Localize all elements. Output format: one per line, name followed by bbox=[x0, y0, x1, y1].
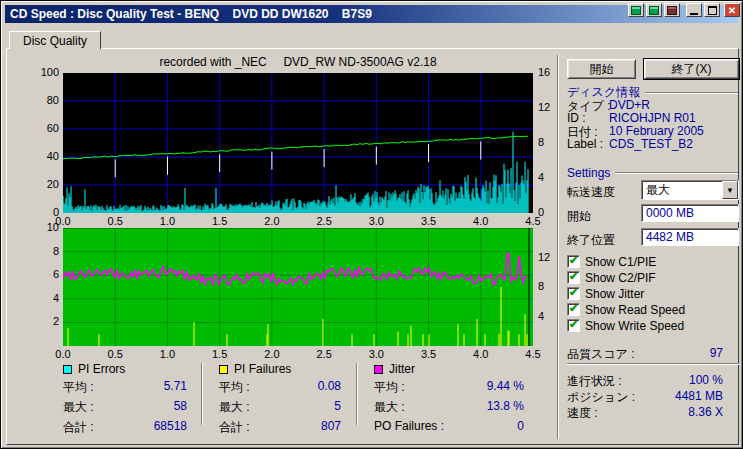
stat-value: 68518 bbox=[154, 419, 187, 436]
minimize-icon bbox=[690, 13, 698, 15]
stat-label: 平均 : bbox=[219, 379, 250, 396]
position-label: ポジション : bbox=[567, 389, 635, 406]
app-window: CD Speed : Disc Quality Test - BENQ DVD … bbox=[0, 0, 743, 449]
chevron-down-icon[interactable]: ▼ bbox=[722, 181, 738, 199]
jitter-swatch-icon bbox=[374, 365, 383, 374]
stat-label: 最大 : bbox=[219, 399, 250, 416]
check-icon-3: ✔ bbox=[569, 302, 578, 315]
checkbox-show-c2-pif[interactable]: ✔ bbox=[567, 271, 580, 284]
legend-pi-failures: PI Failures 平均 :0.08 最大 :5 合計 :807 bbox=[219, 362, 341, 436]
speed-value: 8.36 X bbox=[641, 405, 723, 419]
stat-label: 最大 : bbox=[63, 399, 94, 416]
disc-date-value: 10 February 2005 bbox=[609, 124, 704, 138]
stat-label: 最大 : bbox=[374, 399, 405, 416]
disc-type-value: DVD+R bbox=[609, 98, 650, 112]
end-position-label: 終了位置 bbox=[567, 232, 615, 249]
transfer-speed-select[interactable]: 最大 ▼ bbox=[641, 180, 739, 200]
disc-id-value: RICOHJPN R01 bbox=[609, 111, 696, 125]
title-tool-button-3[interactable] bbox=[664, 3, 680, 17]
legend-divider bbox=[356, 363, 358, 425]
legend-jitter: Jitter 平均 :9.44 % 最大 :13.8 % PO Failures… bbox=[374, 362, 524, 433]
legend-pi-errors: PI Errors 平均 :5.71 最大 :58 合計 :68518 bbox=[63, 362, 187, 436]
disc-label-label: Label : bbox=[567, 137, 603, 151]
check-icon-1: ✔ bbox=[569, 270, 578, 283]
stat-value: 807 bbox=[321, 419, 341, 436]
pi-errors-swatch-icon bbox=[63, 365, 72, 374]
stat-label: 合計 : bbox=[219, 419, 250, 436]
transfer-speed-label: 転送速度 bbox=[567, 184, 615, 201]
progress-label: 進行状況 : bbox=[567, 373, 622, 390]
minimize-button[interactable] bbox=[686, 3, 702, 17]
disc-tool-icon bbox=[649, 6, 659, 15]
checkbox-label-show-read-speed: Show Read Speed bbox=[585, 303, 685, 317]
tab-disc-quality[interactable]: Disc Quality bbox=[9, 31, 101, 49]
title-tool-button-1[interactable] bbox=[628, 3, 644, 17]
window-title: CD Speed : Disc Quality Test - BENQ DVD … bbox=[5, 7, 372, 21]
legend-title: Jitter bbox=[389, 362, 415, 376]
caption-buttons: ✕ bbox=[626, 3, 740, 17]
checkbox-show-write-speed[interactable]: ✔ bbox=[567, 319, 580, 332]
start-button[interactable]: 開始 bbox=[567, 59, 636, 79]
end-position-input[interactable] bbox=[641, 228, 739, 246]
position-value: 4481 MB bbox=[641, 389, 723, 403]
checkbox-label-show-c1-pie: Show C1/PIE bbox=[585, 255, 656, 269]
start-button-label: 開始 bbox=[590, 61, 614, 78]
speed-label: 速度 : bbox=[567, 405, 598, 422]
stat-value: 9.44 % bbox=[487, 379, 524, 396]
transfer-speed-value: 最大 bbox=[642, 182, 722, 199]
title-tool-button-2[interactable] bbox=[646, 3, 662, 17]
stat-value: 0.08 bbox=[318, 379, 341, 396]
pi-failures-jitter-chart bbox=[63, 228, 533, 346]
maximize-button[interactable] bbox=[704, 3, 720, 17]
checkbox-label-show-jitter: Show Jitter bbox=[585, 287, 644, 301]
disc-tool-icon bbox=[631, 6, 641, 15]
disc-tool-icon bbox=[667, 6, 677, 15]
panel-divider bbox=[557, 55, 559, 439]
stat-label: 平均 : bbox=[63, 379, 94, 396]
settings-section-title: Settings bbox=[567, 166, 610, 180]
maximize-icon bbox=[708, 6, 717, 15]
legend-title: PI Failures bbox=[234, 362, 291, 376]
stat-value: 0 bbox=[517, 419, 524, 433]
start-position-input[interactable] bbox=[641, 204, 739, 222]
stat-label: 平均 : bbox=[374, 379, 405, 396]
pi-errors-speed-chart bbox=[63, 73, 533, 213]
checkbox-label-show-c2-pif: Show C2/PIF bbox=[585, 271, 656, 285]
tab-label: Disc Quality bbox=[23, 34, 87, 48]
stat-value: 5.71 bbox=[164, 379, 187, 396]
stat-value: 5 bbox=[334, 399, 341, 416]
exit-button[interactable]: 終了(X) bbox=[644, 59, 739, 79]
legend-divider bbox=[201, 363, 203, 425]
stat-label: PO Failures : bbox=[374, 419, 444, 433]
close-icon: ✕ bbox=[728, 5, 736, 16]
checkbox-show-c1-pie[interactable]: ✔ bbox=[567, 255, 580, 268]
recorded-with-note: recorded with _NEC DVD_RW ND-3500AG v2.1… bbox=[63, 55, 533, 69]
quality-score-label: 品質スコア : bbox=[567, 346, 635, 363]
check-icon-0: ✔ bbox=[569, 254, 578, 267]
check-icon-2: ✔ bbox=[569, 286, 578, 299]
stat-value: 13.8 % bbox=[487, 399, 524, 416]
disc-id-label: ID : bbox=[567, 111, 586, 125]
checkbox-show-read-speed[interactable]: ✔ bbox=[567, 303, 580, 316]
stat-value: 58 bbox=[174, 399, 187, 416]
checkbox-show-jitter[interactable]: ✔ bbox=[567, 287, 580, 300]
settings-section-header: Settings bbox=[567, 166, 738, 180]
quality-score-value: 97 bbox=[641, 346, 723, 360]
legend-title: PI Errors bbox=[78, 362, 125, 376]
pi-failures-swatch-icon bbox=[219, 365, 228, 374]
exit-button-label: 終了(X) bbox=[672, 61, 712, 78]
status-divider bbox=[567, 363, 739, 365]
start-position-label: 開始 bbox=[567, 208, 591, 225]
progress-value: 100 % bbox=[641, 373, 723, 387]
disc-label-value: CDS_TEST_B2 bbox=[609, 137, 693, 151]
checkbox-label-show-write-speed: Show Write Speed bbox=[585, 319, 684, 333]
stat-label: 合計 : bbox=[63, 419, 94, 436]
check-icon-4: ✔ bbox=[569, 318, 578, 331]
close-button[interactable]: ✕ bbox=[724, 3, 740, 17]
